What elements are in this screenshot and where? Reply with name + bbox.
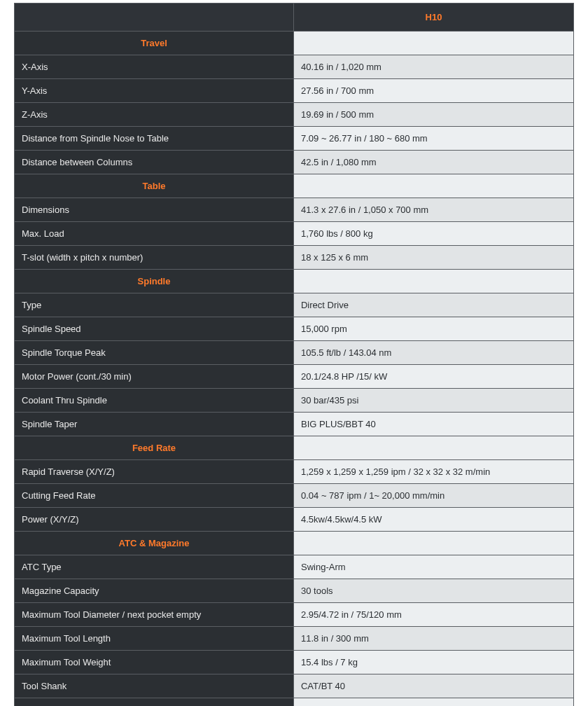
section-header: Feed Rate xyxy=(15,436,573,460)
section-title: ATC & Magazine xyxy=(15,532,294,555)
spec-value: 0.04 ~ 787 ipm / 1~ 20,000 mm/min xyxy=(294,484,573,508)
spec-row: X-Axis40.16 in / 1,020 mm xyxy=(15,55,573,79)
spec-label: Max. Load xyxy=(15,222,294,246)
spec-value: 15.4 lbs / 7 kg xyxy=(294,651,573,674)
spec-table: H10 TravelX-Axis40.16 in / 1,020 mmY-Axi… xyxy=(14,3,574,706)
spec-row: ATC TypeSwing-Arm xyxy=(15,555,573,579)
spec-row: Rapid Traverse (X/Y/Z)1,259 x 1,259 x 1,… xyxy=(15,460,573,484)
section-title: Space & System Requirements xyxy=(15,698,294,706)
section-header: Space & System Requirements xyxy=(15,698,573,706)
spec-value: Direct Drive xyxy=(294,293,573,317)
spec-value: 30 tools xyxy=(294,579,573,603)
spec-row: Magazine Capacity30 tools xyxy=(15,579,573,603)
section-value-blank xyxy=(294,174,573,198)
spec-value: BIG PLUS/BBT 40 xyxy=(294,413,573,436)
spec-value: 20.1/24.8 HP /15/ kW xyxy=(294,365,573,389)
header-left xyxy=(15,4,294,32)
section-header: Spindle xyxy=(15,270,573,293)
header-row: H10 xyxy=(15,4,573,32)
spec-row: Dimensions41.3 x 27.6 in / 1,050 x 700 m… xyxy=(15,198,573,222)
spec-value: 1,760 lbs / 800 kg xyxy=(294,222,573,246)
spec-row: Coolant Thru Spindle30 bar/435 psi xyxy=(15,389,573,413)
spec-row: Max. Load1,760 lbs / 800 kg xyxy=(15,222,573,246)
spec-value: 105.5 ft/lb / 143.04 nm xyxy=(294,341,573,365)
spec-row: T-slot (width x pitch x number)18 x 125 … xyxy=(15,246,573,270)
spec-label: Tool Shank xyxy=(15,674,294,698)
spec-label: Rapid Traverse (X/Y/Z) xyxy=(15,460,294,484)
spec-row: Distance between Columns42.5 in / 1,080 … xyxy=(15,151,573,174)
spec-label: Maximum Tool Weight xyxy=(15,651,294,674)
spec-value: 4.5kw/4.5kw/4.5 kW xyxy=(294,508,573,532)
spec-row: Spindle Speed15,000 rpm xyxy=(15,317,573,341)
spec-label: Distance between Columns xyxy=(15,151,294,174)
spec-row: Spindle TaperBIG PLUS/BBT 40 xyxy=(15,413,573,436)
spec-row: Spindle Torque Peak105.5 ft/lb / 143.04 … xyxy=(15,341,573,365)
spec-row: Cutting Feed Rate0.04 ~ 787 ipm / 1~ 20,… xyxy=(15,484,573,508)
section-title: Travel xyxy=(15,32,294,55)
spec-label: Maximum Tool Length xyxy=(15,627,294,651)
spec-row: Distance from Spindle Nose to Table7.09 … xyxy=(15,127,573,151)
spec-row: TypeDirect Drive xyxy=(15,293,573,317)
spec-row: Maximum Tool Diameter / next pocket empt… xyxy=(15,603,573,627)
spec-label: Magazine Capacity xyxy=(15,579,294,603)
spec-row: Y-Axis27.56 in / 700 mm xyxy=(15,79,573,103)
section-value-blank xyxy=(294,270,573,293)
spec-value: Swing-Arm xyxy=(294,555,573,579)
spec-label: Z-Axis xyxy=(15,103,294,127)
spec-value: 27.56 in / 700 mm xyxy=(294,79,573,103)
section-title: Spindle xyxy=(15,270,294,293)
section-header: ATC & Magazine xyxy=(15,532,573,555)
spec-value: 7.09 ~ 26.77 in / 180 ~ 680 mm xyxy=(294,127,573,151)
section-title: Table xyxy=(15,174,294,198)
spec-value: 11.8 in / 300 mm xyxy=(294,627,573,651)
section-value-blank xyxy=(294,698,573,706)
section-title: Feed Rate xyxy=(15,436,294,460)
spec-value: 41.3 x 27.6 in / 1,050 x 700 mm xyxy=(294,198,573,222)
spec-value: 2.95/4.72 in / 75/120 mm xyxy=(294,603,573,627)
spec-row: Z-Axis19.69 in / 500 mm xyxy=(15,103,573,127)
spec-label: ATC Type xyxy=(15,555,294,579)
spec-row: Tool ShankCAT/BT 40 xyxy=(15,674,573,698)
spec-row: Maximum Tool Length11.8 in / 300 mm xyxy=(15,627,573,651)
section-value-blank xyxy=(294,32,573,55)
header-model: H10 xyxy=(294,4,573,32)
spec-label: Dimensions xyxy=(15,198,294,222)
section-value-blank xyxy=(294,532,573,555)
spec-label: X-Axis xyxy=(15,55,294,79)
spec-row: Power (X/Y/Z)4.5kw/4.5kw/4.5 kW xyxy=(15,508,573,532)
spec-value: 15,000 rpm xyxy=(294,317,573,341)
spec-label: T-slot (width x pitch x number) xyxy=(15,246,294,270)
spec-label: Spindle Speed xyxy=(15,317,294,341)
spec-row: Maximum Tool Weight15.4 lbs / 7 kg xyxy=(15,651,573,674)
section-header: Travel xyxy=(15,32,573,55)
spec-value: 18 x 125 x 6 mm xyxy=(294,246,573,270)
spec-value: 42.5 in / 1,080 mm xyxy=(294,151,573,174)
spec-label: Cutting Feed Rate xyxy=(15,484,294,508)
spec-label: Power (X/Y/Z) xyxy=(15,508,294,532)
spec-label: Distance from Spindle Nose to Table xyxy=(15,127,294,151)
spec-row: Motor Power (cont./30 min)20.1/24.8 HP /… xyxy=(15,365,573,389)
spec-label: Coolant Thru Spindle xyxy=(15,389,294,413)
spec-value: 1,259 x 1,259 x 1,259 ipm / 32 x 32 x 32… xyxy=(294,460,573,484)
spec-label: Maximum Tool Diameter / next pocket empt… xyxy=(15,603,294,627)
spec-label: Spindle Torque Peak xyxy=(15,341,294,365)
spec-value: 40.16 in / 1,020 mm xyxy=(294,55,573,79)
spec-value: 30 bar/435 psi xyxy=(294,389,573,413)
section-header: Table xyxy=(15,174,573,198)
spec-label: Spindle Taper xyxy=(15,413,294,436)
spec-label: Motor Power (cont./30 min) xyxy=(15,365,294,389)
spec-label: Type xyxy=(15,293,294,317)
spec-value: 19.69 in / 500 mm xyxy=(294,103,573,127)
spec-label: Y-Axis xyxy=(15,79,294,103)
section-value-blank xyxy=(294,436,573,460)
spec-value: CAT/BT 40 xyxy=(294,674,573,698)
